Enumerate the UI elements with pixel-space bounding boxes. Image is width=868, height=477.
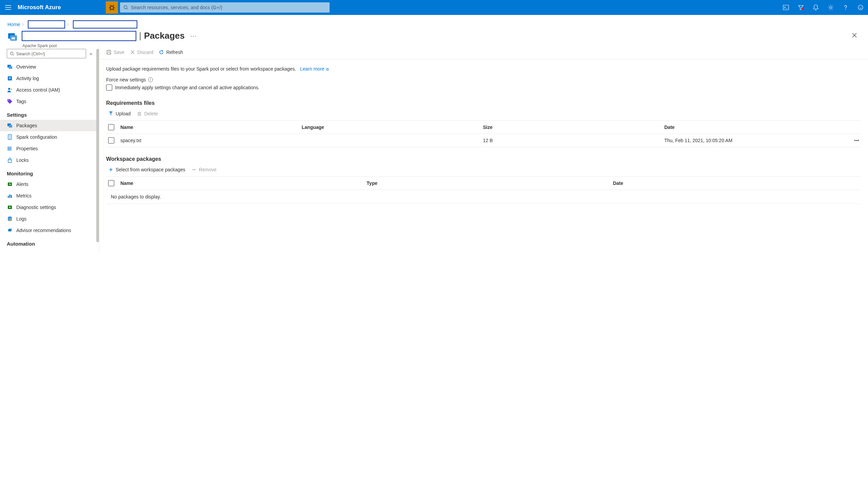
- overview-icon: [7, 64, 13, 70]
- svg-point-18: [8, 100, 9, 100]
- description-text: Upload package requirements files to you…: [106, 66, 296, 72]
- select-all-checkbox[interactable]: [108, 180, 114, 186]
- empty-state: No packages to display.: [106, 190, 861, 204]
- close-blade-button[interactable]: [848, 31, 861, 40]
- more-actions-button[interactable]: ⋯: [190, 32, 196, 40]
- notifications-icon[interactable]: [808, 0, 823, 15]
- brand-label[interactable]: Microsoft Azure: [16, 4, 65, 11]
- tags-icon: [7, 98, 13, 104]
- remove-button[interactable]: Remove: [191, 167, 216, 172]
- nav-alerts[interactable]: Alerts: [0, 178, 99, 190]
- spark-config-icon: [7, 134, 13, 140]
- file-size: 12 B: [483, 138, 665, 143]
- nav-properties[interactable]: Properties: [0, 143, 99, 154]
- svg-rect-14: [9, 66, 12, 69]
- search-icon: [123, 5, 128, 10]
- col-date[interactable]: Date: [664, 125, 846, 130]
- svg-point-16: [8, 88, 10, 90]
- svg-point-6: [858, 5, 863, 10]
- chevron-right-icon: 〉: [22, 22, 26, 27]
- svg-point-5: [845, 9, 846, 10]
- chevron-right-icon: 〉: [67, 22, 71, 27]
- global-search-input[interactable]: [131, 5, 326, 10]
- col-size[interactable]: Size: [483, 125, 665, 130]
- save-button[interactable]: Save: [106, 50, 124, 55]
- discard-button[interactable]: Discard: [130, 50, 153, 55]
- plus-icon: [108, 167, 114, 172]
- breadcrumb: Home 〉 〉: [0, 15, 868, 31]
- select-all-checkbox[interactable]: [108, 124, 114, 130]
- info-icon[interactable]: i: [148, 77, 153, 82]
- col-date[interactable]: Date: [613, 180, 859, 186]
- svg-rect-11: [12, 37, 15, 39]
- delete-button[interactable]: Delete: [137, 111, 158, 116]
- directory-filter-icon[interactable]: [793, 0, 808, 15]
- menu-search-input[interactable]: [16, 51, 83, 56]
- logs-icon: [7, 216, 13, 222]
- nav-locks[interactable]: Locks: [0, 154, 99, 166]
- breadcrumb-redacted-1[interactable]: [28, 20, 65, 28]
- nav-access-control[interactable]: Access control (IAM): [0, 84, 99, 96]
- nav-tags[interactable]: Tags: [0, 96, 99, 107]
- table-row[interactable]: spacey.txt 12 B Thu, Feb 11, 2021, 10:05…: [106, 134, 861, 147]
- svg-rect-23: [9, 147, 10, 151]
- advisor-icon: [7, 227, 13, 233]
- col-language[interactable]: Language: [302, 125, 483, 130]
- svg-rect-20: [9, 125, 12, 128]
- settings-gear-icon[interactable]: [823, 0, 838, 15]
- col-name[interactable]: Name: [120, 125, 302, 130]
- svg-point-12: [10, 52, 13, 55]
- svg-point-7: [860, 7, 860, 7]
- requirements-section-title: Requirements files: [106, 100, 861, 106]
- page-header: | Packages ⋯ Apache Spark pool: [0, 31, 868, 45]
- diagnostic-icon: [7, 204, 13, 210]
- scrollbar[interactable]: [96, 49, 99, 242]
- row-actions-button[interactable]: •••: [846, 138, 859, 143]
- svg-point-34: [11, 229, 12, 230]
- force-settings-checkbox[interactable]: [106, 84, 112, 91]
- preview-bug-button[interactable]: [106, 1, 118, 14]
- locks-icon: [7, 157, 13, 163]
- nav-diagnostic-settings[interactable]: Diagnostic settings: [0, 202, 99, 213]
- row-checkbox[interactable]: [108, 137, 114, 144]
- alerts-icon: [7, 181, 13, 187]
- breadcrumb-redacted-2[interactable]: [73, 20, 137, 28]
- menu-search[interactable]: [7, 49, 86, 58]
- force-settings-description: Immediately apply settings change and ca…: [115, 85, 259, 90]
- svg-point-33: [10, 219, 12, 221]
- svg-rect-25: [8, 160, 12, 163]
- nav-spark-configuration[interactable]: Spark configuration: [0, 131, 99, 143]
- col-type[interactable]: Type: [367, 180, 613, 186]
- delete-icon: [137, 111, 142, 116]
- collapse-menu-button[interactable]: «: [90, 51, 92, 56]
- upload-button[interactable]: Upload: [108, 111, 131, 116]
- nav-activity-log[interactable]: Activity log: [0, 73, 99, 84]
- nav-section-settings: Settings: [0, 107, 99, 120]
- nav-packages[interactable]: Packages: [0, 120, 99, 131]
- cloud-shell-icon[interactable]: [778, 0, 793, 15]
- nav-advisor[interactable]: Advisor recommendations: [0, 225, 99, 236]
- resource-icon: [7, 31, 18, 42]
- select-packages-button[interactable]: Select from workspace packages: [108, 167, 185, 172]
- file-name: spacey.txt: [120, 138, 302, 143]
- nav-overview[interactable]: Overview: [0, 61, 99, 73]
- file-date: Thu, Feb 11, 2021, 10:05:20 AM: [664, 138, 846, 143]
- refresh-button[interactable]: Refresh: [159, 50, 183, 55]
- help-icon[interactable]: [838, 0, 853, 15]
- breadcrumb-home[interactable]: Home: [7, 22, 20, 27]
- hamburger-menu[interactable]: [0, 0, 16, 15]
- learn-more-link[interactable]: Learn more ⧉: [300, 66, 329, 72]
- discard-icon: [130, 50, 135, 55]
- svg-rect-22: [8, 147, 8, 151]
- svg-rect-38: [138, 113, 141, 116]
- global-search[interactable]: [120, 2, 330, 13]
- svg-point-4: [830, 6, 832, 8]
- nav-logs[interactable]: Logs: [0, 213, 99, 225]
- nav-metrics[interactable]: Metrics: [0, 190, 99, 202]
- top-bar: Microsoft Azure: [0, 0, 868, 15]
- feedback-icon[interactable]: [853, 0, 868, 15]
- packages-icon: [7, 122, 13, 129]
- save-icon: [106, 50, 112, 55]
- upload-icon: [108, 111, 114, 116]
- col-name[interactable]: Name: [120, 180, 367, 186]
